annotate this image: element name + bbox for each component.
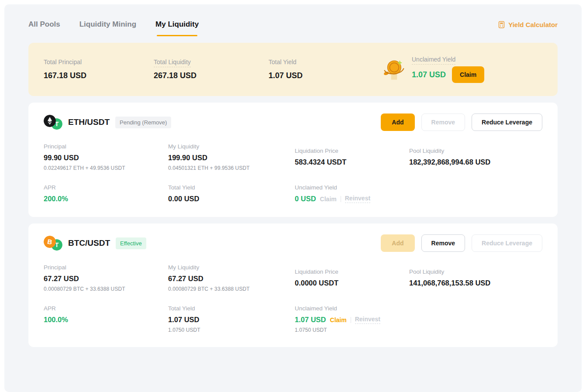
pair-name: BTC/USDT (68, 238, 110, 248)
pair-icons: T (44, 114, 64, 130)
reduce-leverage-button[interactable]: Reduce Leverage (472, 234, 542, 252)
calculator-icon (498, 21, 505, 28)
apr-cell: APR 200.0% (44, 184, 168, 203)
unclaimed-yield-label: Unclaimed Yield (412, 56, 484, 63)
divider (341, 196, 341, 202)
liquidation-price-cell: Liquidation Price 583.4324 USDT (295, 143, 409, 171)
total-liquidity-label: Total Liquidity (154, 58, 269, 65)
total-principal-label: Total Principal (44, 58, 154, 65)
total-yield-cell: Total Yield 0.00 USD (168, 184, 295, 203)
total-liquidity-value: 267.18 USD (154, 71, 269, 80)
summary-banner: Total Principal 167.18 USD Total Liquidi… (28, 43, 558, 96)
divider (351, 317, 351, 323)
reduce-leverage-button[interactable]: Reduce Leverage (472, 113, 542, 131)
unclaimed-yield-value: 1.07 USD (412, 70, 446, 79)
add-button[interactable]: Add (381, 234, 414, 252)
eth-icon (44, 115, 56, 127)
pool-liquidity-cell: Pool Liquidity 141,068,768,153.58 USD (409, 264, 542, 292)
total-yield-block: Total Yield 1.07 USD (269, 58, 381, 80)
liquidity-pools-panel: All Pools Liquidity Mining My Liquidity … (4, 4, 582, 392)
unclaimed-yield-cell: Unclaimed Yield 0 USD Claim Reinvest (295, 184, 409, 203)
total-yield-value: 1.07 USD (269, 71, 381, 80)
tab-my-liquidity[interactable]: My Liquidity (155, 20, 199, 36)
total-principal-block: Total Principal 167.18 USD (44, 58, 154, 80)
claim-link[interactable]: Claim (330, 316, 347, 323)
claim-all-button[interactable]: Claim (452, 66, 484, 83)
status-badge: Effective (116, 237, 146, 249)
pool-stats: Principal 67.27 USD 0.00080729 BTC + 33.… (44, 264, 542, 333)
liquidation-price-cell: Liquidation Price 0.0000 USDT (295, 264, 409, 292)
unclaimed-yield-cell: Unclaimed Yield 1.07 USD Claim Reinvest … (295, 305, 409, 333)
tab-liquidity-mining[interactable]: Liquidity Mining (79, 20, 136, 36)
unclaimed-yield-block: Unclaimed Yield 1.07 USD Claim (381, 56, 484, 83)
pool-header: B T BTC/USDT Effective Add Remove Reduce… (44, 234, 542, 252)
pool-card-eth-usdt: T ETH/USDT Pending (Remove) Add Remove R… (28, 103, 558, 217)
tab-all-pools[interactable]: All Pools (28, 20, 60, 36)
add-button[interactable]: Add (381, 113, 414, 131)
pool-card-btc-usdt: B T BTC/USDT Effective Add Remove Reduce… (28, 224, 558, 347)
remove-button[interactable]: Remove (421, 234, 465, 252)
status-badge: Pending (Remove) (115, 117, 171, 128)
remove-button[interactable]: Remove (421, 113, 465, 131)
reinvest-link[interactable]: Reinvest (345, 195, 370, 203)
pool-header: T ETH/USDT Pending (Remove) Add Remove R… (44, 113, 542, 131)
yield-calculator-link[interactable]: Yield Calculator (498, 20, 558, 28)
reinvest-link[interactable]: Reinvest (355, 316, 380, 324)
pair-name: ETH/USDT (68, 117, 110, 127)
my-liquidity-cell: My Liquidity 67.27 USD 0.00080729 BTC + … (168, 264, 295, 292)
claim-link[interactable]: Claim (320, 196, 337, 203)
total-yield-cell: Total Yield 1.07 USD 1.0750 USDT (168, 305, 295, 333)
pool-stats: Principal 99.90 USD 0.02249617 ETH + 49.… (44, 143, 542, 203)
principal-cell: Principal 67.27 USD 0.00080729 BTC + 33.… (44, 264, 168, 292)
yield-calculator-label: Yield Calculator (508, 21, 558, 28)
pair-icons: B T (44, 235, 64, 251)
total-liquidity-block: Total Liquidity 267.18 USD (154, 58, 269, 80)
my-liquidity-cell: My Liquidity 199.90 USD 0.04501321 ETH +… (168, 143, 295, 171)
tabs-bar: All Pools Liquidity Mining My Liquidity … (28, 4, 558, 36)
total-yield-label: Total Yield (269, 58, 381, 65)
total-principal-value: 167.18 USD (44, 71, 154, 80)
btc-icon: B (44, 236, 56, 248)
pool-liquidity-cell: Pool Liquidity 182,392,868,994.68 USD (409, 143, 542, 171)
apr-cell: APR 100.0% (44, 305, 168, 333)
gold-coin-icon (381, 57, 407, 82)
principal-cell: Principal 99.90 USD 0.02249617 ETH + 49.… (44, 143, 168, 171)
